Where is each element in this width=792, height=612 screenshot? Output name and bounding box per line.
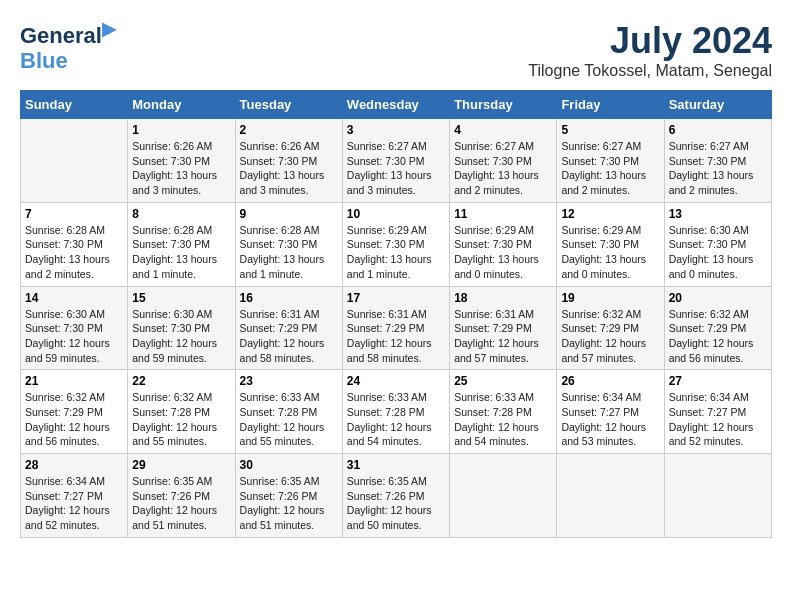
day-info: Sunrise: 6:31 AM Sunset: 7:29 PM Dayligh…	[347, 307, 445, 366]
day-number: 17	[347, 291, 445, 305]
day-info: Sunrise: 6:30 AM Sunset: 7:30 PM Dayligh…	[25, 307, 123, 366]
header-tuesday: Tuesday	[235, 91, 342, 119]
calendar-title: July 2024	[528, 20, 772, 62]
day-number: 26	[561, 374, 659, 388]
day-number: 25	[454, 374, 552, 388]
calendar-cell: 1Sunrise: 6:26 AM Sunset: 7:30 PM Daylig…	[128, 119, 235, 203]
calendar-cell: 18Sunrise: 6:31 AM Sunset: 7:29 PM Dayli…	[450, 286, 557, 370]
day-number: 8	[132, 207, 230, 221]
week-row-2: 7Sunrise: 6:28 AM Sunset: 7:30 PM Daylig…	[21, 202, 772, 286]
calendar-cell: 23Sunrise: 6:33 AM Sunset: 7:28 PM Dayli…	[235, 370, 342, 454]
day-info: Sunrise: 6:28 AM Sunset: 7:30 PM Dayligh…	[132, 223, 230, 282]
calendar-cell: 3Sunrise: 6:27 AM Sunset: 7:30 PM Daylig…	[342, 119, 449, 203]
logo-general: General	[20, 23, 102, 48]
calendar-cell: 15Sunrise: 6:30 AM Sunset: 7:30 PM Dayli…	[128, 286, 235, 370]
calendar-cell: 17Sunrise: 6:31 AM Sunset: 7:29 PM Dayli…	[342, 286, 449, 370]
day-number: 28	[25, 458, 123, 472]
day-number: 1	[132, 123, 230, 137]
day-number: 13	[669, 207, 767, 221]
calendar-cell: 13Sunrise: 6:30 AM Sunset: 7:30 PM Dayli…	[664, 202, 771, 286]
week-row-5: 28Sunrise: 6:34 AM Sunset: 7:27 PM Dayli…	[21, 454, 772, 538]
day-info: Sunrise: 6:32 AM Sunset: 7:29 PM Dayligh…	[25, 390, 123, 449]
title-block: July 2024 Tilogne Tokossel, Matam, Seneg…	[528, 20, 772, 80]
calendar-cell: 14Sunrise: 6:30 AM Sunset: 7:30 PM Dayli…	[21, 286, 128, 370]
header-wednesday: Wednesday	[342, 91, 449, 119]
day-number: 5	[561, 123, 659, 137]
day-info: Sunrise: 6:31 AM Sunset: 7:29 PM Dayligh…	[454, 307, 552, 366]
header-monday: Monday	[128, 91, 235, 119]
calendar-cell: 22Sunrise: 6:32 AM Sunset: 7:28 PM Dayli…	[128, 370, 235, 454]
day-number: 11	[454, 207, 552, 221]
day-info: Sunrise: 6:33 AM Sunset: 7:28 PM Dayligh…	[240, 390, 338, 449]
calendar-cell: 29Sunrise: 6:35 AM Sunset: 7:26 PM Dayli…	[128, 454, 235, 538]
day-info: Sunrise: 6:31 AM Sunset: 7:29 PM Dayligh…	[240, 307, 338, 366]
calendar-cell: 28Sunrise: 6:34 AM Sunset: 7:27 PM Dayli…	[21, 454, 128, 538]
day-info: Sunrise: 6:35 AM Sunset: 7:26 PM Dayligh…	[132, 474, 230, 533]
week-row-4: 21Sunrise: 6:32 AM Sunset: 7:29 PM Dayli…	[21, 370, 772, 454]
calendar-cell: 25Sunrise: 6:33 AM Sunset: 7:28 PM Dayli…	[450, 370, 557, 454]
day-info: Sunrise: 6:27 AM Sunset: 7:30 PM Dayligh…	[669, 139, 767, 198]
day-info: Sunrise: 6:27 AM Sunset: 7:30 PM Dayligh…	[454, 139, 552, 198]
day-number: 3	[347, 123, 445, 137]
calendar-cell: 19Sunrise: 6:32 AM Sunset: 7:29 PM Dayli…	[557, 286, 664, 370]
page-header: General▶ Blue July 2024 Tilogne Tokossel…	[20, 20, 772, 80]
calendar-cell: 9Sunrise: 6:28 AM Sunset: 7:30 PM Daylig…	[235, 202, 342, 286]
day-number: 22	[132, 374, 230, 388]
day-number: 14	[25, 291, 123, 305]
day-info: Sunrise: 6:30 AM Sunset: 7:30 PM Dayligh…	[669, 223, 767, 282]
day-number: 23	[240, 374, 338, 388]
day-number: 31	[347, 458, 445, 472]
day-info: Sunrise: 6:34 AM Sunset: 7:27 PM Dayligh…	[669, 390, 767, 449]
calendar-cell: 4Sunrise: 6:27 AM Sunset: 7:30 PM Daylig…	[450, 119, 557, 203]
calendar-header-row: SundayMondayTuesdayWednesdayThursdayFrid…	[21, 91, 772, 119]
calendar-cell	[450, 454, 557, 538]
day-info: Sunrise: 6:32 AM Sunset: 7:29 PM Dayligh…	[669, 307, 767, 366]
day-info: Sunrise: 6:32 AM Sunset: 7:28 PM Dayligh…	[132, 390, 230, 449]
calendar-cell: 30Sunrise: 6:35 AM Sunset: 7:26 PM Dayli…	[235, 454, 342, 538]
calendar-cell: 12Sunrise: 6:29 AM Sunset: 7:30 PM Dayli…	[557, 202, 664, 286]
calendar-cell	[664, 454, 771, 538]
logo: General▶ Blue	[20, 20, 116, 73]
day-number: 9	[240, 207, 338, 221]
day-number: 21	[25, 374, 123, 388]
day-info: Sunrise: 6:29 AM Sunset: 7:30 PM Dayligh…	[561, 223, 659, 282]
day-info: Sunrise: 6:35 AM Sunset: 7:26 PM Dayligh…	[240, 474, 338, 533]
week-row-3: 14Sunrise: 6:30 AM Sunset: 7:30 PM Dayli…	[21, 286, 772, 370]
header-friday: Friday	[557, 91, 664, 119]
day-number: 16	[240, 291, 338, 305]
header-sunday: Sunday	[21, 91, 128, 119]
day-number: 15	[132, 291, 230, 305]
day-info: Sunrise: 6:27 AM Sunset: 7:30 PM Dayligh…	[347, 139, 445, 198]
calendar-cell: 24Sunrise: 6:33 AM Sunset: 7:28 PM Dayli…	[342, 370, 449, 454]
day-number: 4	[454, 123, 552, 137]
day-number: 2	[240, 123, 338, 137]
day-info: Sunrise: 6:28 AM Sunset: 7:30 PM Dayligh…	[25, 223, 123, 282]
day-info: Sunrise: 6:28 AM Sunset: 7:30 PM Dayligh…	[240, 223, 338, 282]
day-info: Sunrise: 6:34 AM Sunset: 7:27 PM Dayligh…	[561, 390, 659, 449]
day-number: 10	[347, 207, 445, 221]
day-number: 24	[347, 374, 445, 388]
calendar-cell: 16Sunrise: 6:31 AM Sunset: 7:29 PM Dayli…	[235, 286, 342, 370]
calendar-cell: 5Sunrise: 6:27 AM Sunset: 7:30 PM Daylig…	[557, 119, 664, 203]
calendar-cell: 26Sunrise: 6:34 AM Sunset: 7:27 PM Dayli…	[557, 370, 664, 454]
day-info: Sunrise: 6:32 AM Sunset: 7:29 PM Dayligh…	[561, 307, 659, 366]
day-number: 20	[669, 291, 767, 305]
calendar-cell: 2Sunrise: 6:26 AM Sunset: 7:30 PM Daylig…	[235, 119, 342, 203]
day-number: 7	[25, 207, 123, 221]
day-info: Sunrise: 6:27 AM Sunset: 7:30 PM Dayligh…	[561, 139, 659, 198]
header-saturday: Saturday	[664, 91, 771, 119]
calendar-cell	[557, 454, 664, 538]
week-row-1: 1Sunrise: 6:26 AM Sunset: 7:30 PM Daylig…	[21, 119, 772, 203]
day-info: Sunrise: 6:29 AM Sunset: 7:30 PM Dayligh…	[454, 223, 552, 282]
calendar-table: SundayMondayTuesdayWednesdayThursdayFrid…	[20, 90, 772, 538]
calendar-cell: 31Sunrise: 6:35 AM Sunset: 7:26 PM Dayli…	[342, 454, 449, 538]
day-info: Sunrise: 6:35 AM Sunset: 7:26 PM Dayligh…	[347, 474, 445, 533]
calendar-cell: 21Sunrise: 6:32 AM Sunset: 7:29 PM Dayli…	[21, 370, 128, 454]
calendar-cell: 7Sunrise: 6:28 AM Sunset: 7:30 PM Daylig…	[21, 202, 128, 286]
calendar-cell: 20Sunrise: 6:32 AM Sunset: 7:29 PM Dayli…	[664, 286, 771, 370]
day-info: Sunrise: 6:33 AM Sunset: 7:28 PM Dayligh…	[347, 390, 445, 449]
calendar-subtitle: Tilogne Tokossel, Matam, Senegal	[528, 62, 772, 80]
day-number: 30	[240, 458, 338, 472]
header-thursday: Thursday	[450, 91, 557, 119]
calendar-cell: 10Sunrise: 6:29 AM Sunset: 7:30 PM Dayli…	[342, 202, 449, 286]
